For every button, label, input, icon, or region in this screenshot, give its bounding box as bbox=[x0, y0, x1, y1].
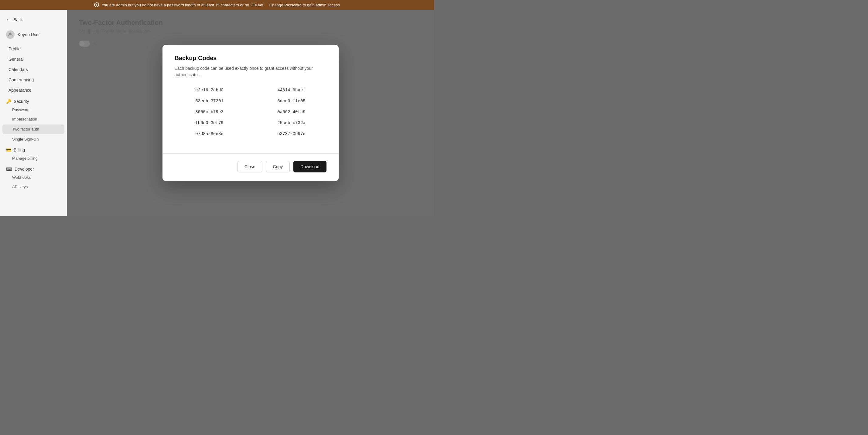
user-section: Koyeb User bbox=[0, 28, 67, 44]
developer-section: ⌨ Developer bbox=[0, 163, 67, 173]
code-item: fb6c0-3ef79 bbox=[175, 119, 245, 127]
close-button[interactable]: Close bbox=[238, 161, 262, 172]
modal-divider bbox=[162, 153, 339, 154]
sidebar-item-calendars[interactable]: Calendars bbox=[0, 64, 67, 75]
sidebar-item-single-sign-on[interactable]: Single Sign-On bbox=[0, 134, 67, 144]
sidebar-item-general[interactable]: General bbox=[0, 54, 67, 64]
sidebar-item-password[interactable]: Password bbox=[0, 105, 67, 114]
warning-icon: i bbox=[94, 2, 99, 7]
warning-bar: i You are admin but you do not have a pa… bbox=[0, 0, 434, 10]
billing-label: Billing bbox=[14, 147, 25, 153]
back-arrow-icon: ← bbox=[6, 17, 11, 23]
back-label: Back bbox=[13, 17, 23, 22]
terminal-icon: ⌨ bbox=[6, 167, 12, 171]
card-icon: 💳 bbox=[6, 147, 11, 153]
sidebar-item-conferencing[interactable]: Conferencing bbox=[0, 75, 67, 85]
modal-title: Backup Codes bbox=[175, 55, 327, 62]
sidebar: ← Back Koyeb User Profile General Calend… bbox=[0, 10, 67, 216]
security-label: Security bbox=[14, 99, 29, 104]
avatar bbox=[6, 30, 14, 39]
code-item: 53ecb-37201 bbox=[175, 97, 245, 105]
developer-label: Developer bbox=[14, 167, 34, 171]
change-password-link[interactable]: Change Password to gain admin access bbox=[269, 3, 340, 7]
sidebar-item-two-factor-auth[interactable]: Two factor auth bbox=[2, 125, 64, 134]
code-item: 8000c-b79e3 bbox=[175, 108, 245, 116]
sidebar-item-webhooks[interactable]: Webhooks bbox=[0, 173, 67, 182]
sidebar-item-profile[interactable]: Profile bbox=[0, 44, 67, 54]
code-item: e7d8a-8ee3e bbox=[175, 130, 245, 137]
code-item: b3737-0b97e bbox=[257, 130, 327, 137]
main-content: Two-Factor Authentication Set up your Tw… bbox=[67, 10, 434, 216]
warning-text: You are admin but you do not have a pass… bbox=[101, 3, 263, 7]
sidebar-item-api-keys[interactable]: API keys bbox=[0, 182, 67, 192]
backup-codes-grid: c2c16-2dbd0 44614-9bacf 53ecb-37201 6dcd… bbox=[175, 87, 327, 137]
code-item: 6dcd0-11e05 bbox=[257, 97, 327, 105]
copy-button[interactable]: Copy bbox=[266, 161, 290, 172]
sidebar-item-appearance[interactable]: Appearance bbox=[0, 85, 67, 95]
sidebar-item-impersonation[interactable]: Impersonation bbox=[0, 114, 67, 124]
security-section: 🔑 Security bbox=[0, 95, 67, 105]
backup-codes-modal: Backup Codes Each backup code can be use… bbox=[162, 45, 339, 181]
modal-footer: Close Copy Download bbox=[162, 161, 339, 181]
modal-description: Each backup code can be used exactly onc… bbox=[175, 65, 327, 78]
code-item: c2c16-2dbd0 bbox=[175, 87, 245, 94]
billing-section: 💳 Billing bbox=[0, 144, 67, 154]
code-item: 25ceb-c732a bbox=[257, 119, 327, 127]
sidebar-item-manage-billing[interactable]: Manage billing bbox=[0, 154, 67, 163]
key-icon: 🔑 bbox=[6, 99, 11, 104]
back-button[interactable]: ← Back bbox=[0, 14, 67, 25]
download-button[interactable]: Download bbox=[293, 161, 326, 172]
user-name: Koyeb User bbox=[18, 32, 40, 37]
code-item: 44614-9bacf bbox=[257, 87, 327, 94]
code-item: 0a662-40fc9 bbox=[257, 108, 327, 116]
